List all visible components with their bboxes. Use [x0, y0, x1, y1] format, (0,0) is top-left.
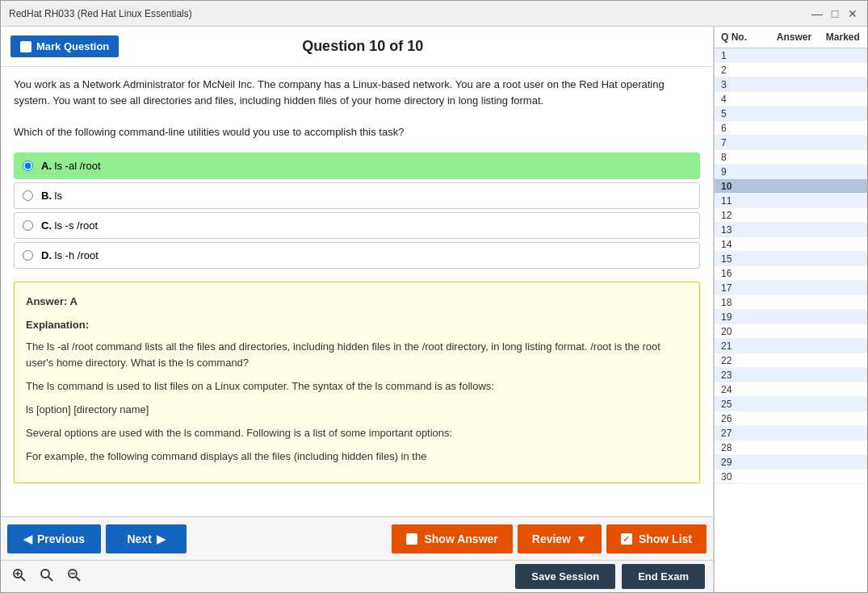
show-list-label: Show List — [639, 532, 692, 545]
svg-point-4 — [41, 570, 49, 578]
question-list-row[interactable]: 24 — [715, 382, 867, 397]
question-list-row[interactable]: 22 — [715, 353, 867, 368]
title-bar: RedHat RH033 (Red Hat Linux Essentials) … — [1, 1, 867, 27]
question-list-row[interactable]: 14 — [715, 237, 867, 252]
option-b-text: B. ls — [41, 190, 62, 202]
next-arrow-icon: ▶ — [157, 532, 166, 545]
question-list-row[interactable]: 13 — [715, 223, 867, 237]
question-list-row[interactable]: 3 — [715, 77, 867, 92]
question-list-row[interactable]: 9 — [715, 165, 867, 179]
zoom-reset-button[interactable] — [36, 566, 57, 587]
review-button[interactable]: Review ▼ — [518, 524, 602, 553]
next-button[interactable]: Next ▶ — [106, 524, 187, 553]
maximize-button[interactable]: □ — [828, 7, 841, 20]
q-row-num: 8 — [715, 152, 747, 163]
mark-question-button[interactable]: Mark Question — [10, 35, 119, 57]
zoom-in-button[interactable] — [9, 566, 30, 587]
option-b-radio[interactable] — [23, 190, 33, 201]
bottom-toolbar: ◀ Previous Next ▶ Show Answer Review ▼ — [1, 516, 713, 560]
question-list-row[interactable]: 26 — [715, 411, 867, 426]
question-list-row[interactable]: 16 — [715, 266, 867, 281]
question-list-row[interactable]: 29 — [715, 455, 867, 470]
show-list-checkbox-icon: ✓ — [621, 533, 632, 545]
zoom-out-button[interactable] — [64, 566, 85, 587]
question-list-row[interactable]: 6 — [715, 121, 867, 136]
question-list-row[interactable]: 8 — [715, 150, 867, 165]
q-row-num: 26 — [715, 413, 747, 424]
q-row-num: 18 — [715, 297, 747, 308]
answer-explanation-box: Answer: A Explanation: The ls -al /root … — [14, 282, 700, 483]
option-c-radio[interactable] — [23, 220, 33, 231]
q-row-num: 27 — [715, 428, 747, 439]
explanation-para-3: ls [option] [directory name] — [26, 402, 688, 419]
previous-button[interactable]: ◀ Previous — [7, 524, 101, 553]
show-answer-checkbox-icon — [406, 533, 417, 545]
options-list: A. ls -al /root B. ls C. ls -s /root D. … — [14, 152, 700, 269]
q-row-num: 4 — [715, 94, 747, 105]
option-c[interactable]: C. ls -s /root — [14, 212, 700, 239]
question-list-row[interactable]: 21 — [715, 339, 867, 353]
question-list-row[interactable]: 7 — [715, 136, 867, 150]
option-d-radio[interactable] — [23, 250, 33, 261]
right-panel: Q No. Answer Marked 1 2 3 4 5 6 — [714, 27, 867, 592]
main-panel: Mark Question Question 10 of 10 You work… — [1, 27, 714, 592]
col-answer-header: Answer — [769, 31, 818, 43]
show-list-button[interactable]: ✓ Show List — [606, 524, 707, 553]
option-a[interactable]: A. ls -al /root — [14, 152, 700, 179]
q-row-num: 30 — [715, 471, 747, 482]
question-list-row[interactable]: 17 — [715, 281, 867, 295]
q-row-num: 23 — [715, 370, 747, 381]
q-row-num: 2 — [715, 65, 747, 76]
question-list-row[interactable]: 12 — [715, 208, 867, 223]
question-list-row[interactable]: 1 — [715, 48, 867, 63]
q-row-num: 10 — [715, 181, 747, 192]
question-title: Question 10 of 10 — [119, 38, 606, 55]
window-title: RedHat RH033 (Red Hat Linux Essentials) — [9, 8, 192, 19]
question-list-row[interactable]: 23 — [715, 368, 867, 382]
show-answer-button[interactable]: Show Answer — [392, 524, 512, 553]
question-list-row[interactable]: 25 — [715, 397, 867, 411]
question-list-row[interactable]: 4 — [715, 92, 867, 106]
questions-list: 1 2 3 4 5 6 7 8 — [715, 48, 867, 592]
q-row-num: 9 — [715, 166, 747, 177]
end-exam-button[interactable]: End Exam — [622, 564, 705, 589]
q-row-num: 28 — [715, 442, 747, 453]
question-list-row[interactable]: 2 — [715, 63, 867, 77]
answer-label: Answer: A — [26, 294, 688, 311]
minimize-button[interactable]: — — [811, 7, 824, 20]
q-row-num: 22 — [715, 355, 747, 366]
question-body: You work as a Network Administrator for … — [1, 67, 713, 516]
footer: Save Session End Exam — [1, 560, 713, 592]
save-session-button[interactable]: Save Session — [515, 564, 615, 589]
q-row-num: 20 — [715, 326, 747, 337]
svg-line-7 — [76, 577, 80, 581]
question-list-row[interactable]: 19 — [715, 310, 867, 324]
question-list-row[interactable]: 27 — [715, 426, 867, 441]
question-list-row[interactable]: 5 — [715, 106, 867, 121]
question-list-row[interactable]: 15 — [715, 252, 867, 266]
review-label: Review — [532, 532, 571, 545]
question-list-row[interactable]: 28 — [715, 441, 867, 455]
question-list-row[interactable]: 30 — [715, 470, 867, 484]
explanation-para-5: For example, the following command displ… — [26, 449, 688, 466]
option-d[interactable]: D. ls -h /root — [14, 242, 700, 269]
option-a-radio[interactable] — [23, 161, 33, 171]
option-b[interactable]: B. ls — [14, 182, 700, 209]
review-dropdown-icon: ▼ — [576, 532, 587, 545]
q-row-num: 11 — [715, 195, 747, 207]
question-list-row[interactable]: 20 — [715, 324, 867, 339]
question-list-row[interactable]: 18 — [715, 295, 867, 310]
question-list-row[interactable]: 10 — [715, 179, 867, 194]
q-row-num: 6 — [715, 123, 747, 134]
close-button[interactable]: ✕ — [846, 7, 859, 20]
next-label: Next — [127, 532, 151, 545]
q-row-num: 17 — [715, 282, 747, 294]
right-panel-header: Q No. Answer Marked — [715, 27, 867, 48]
q-row-num: 15 — [715, 253, 747, 265]
show-answer-label: Show Answer — [424, 532, 497, 545]
question-header: Mark Question Question 10 of 10 — [1, 27, 713, 67]
explanation-para-4: Several options are used with the ls com… — [26, 425, 688, 442]
window-controls: — □ ✕ — [811, 7, 859, 20]
q-row-num: 12 — [715, 210, 747, 221]
question-list-row[interactable]: 11 — [715, 194, 867, 208]
